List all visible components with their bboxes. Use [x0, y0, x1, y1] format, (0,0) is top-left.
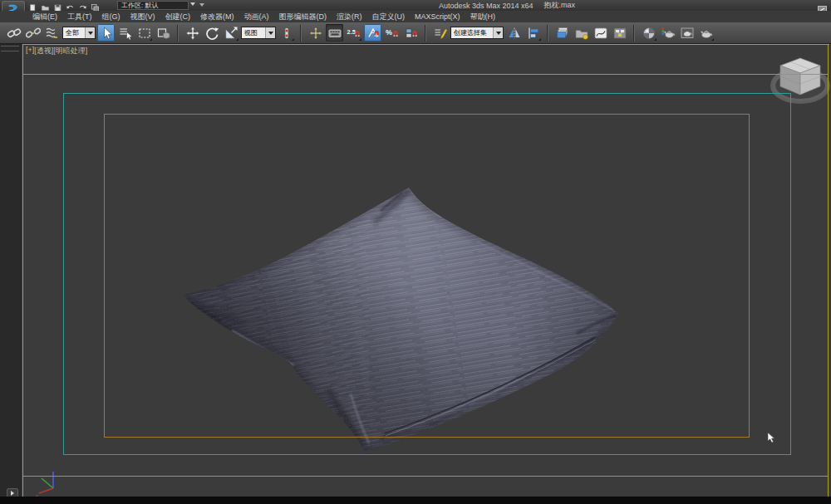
svg-text:2.5: 2.5: [347, 28, 355, 36]
viewport-label: [+][透视][明暗处理]: [26, 46, 87, 56]
use-pivot-point-center-button[interactable]: [278, 24, 295, 42]
select-object-button[interactable]: [97, 24, 115, 42]
select-and-rotate-button[interactable]: [203, 24, 220, 42]
menu-item-11[interactable]: MAXScript(X): [410, 11, 465, 22]
viewport-menu-pov[interactable]: [透视]: [34, 46, 53, 56]
material-editor-button[interactable]: [640, 24, 657, 42]
spinner-snap-toggle-button[interactable]: [402, 24, 420, 42]
align-button[interactable]: [524, 24, 542, 42]
menu-item-2[interactable]: 工具(T): [62, 11, 97, 22]
schematic-view-button[interactable]: [611, 24, 628, 42]
safe-frame-title: [104, 114, 750, 438]
viewport-menu-general[interactable]: [+]: [26, 46, 34, 56]
menu-item-7[interactable]: 动画(A): [239, 11, 274, 22]
curve-editor-button[interactable]: [592, 24, 609, 42]
open-file-button[interactable]: [41, 1, 50, 10]
viewport-menu-shading[interactable]: [明暗处理]: [53, 46, 87, 56]
save-file-button[interactable]: [53, 1, 62, 10]
toolbar-separator: [177, 25, 179, 42]
mirror-button[interactable]: [505, 24, 523, 42]
main-toolbar: 全部视图2.5%创建选择集: [0, 22, 831, 44]
toolbar-separator: [300, 25, 302, 42]
select-by-name-button[interactable]: [116, 24, 134, 42]
select-and-manipulate-button[interactable]: [307, 24, 324, 42]
select-and-scale-button[interactable]: [222, 24, 239, 42]
render-production-button[interactable]: [697, 24, 715, 42]
dropdown-arrow-icon[interactable]: [493, 27, 503, 38]
menu-item-1[interactable]: 编辑(E): [27, 11, 62, 22]
selection-filter-dropdown[interactable]: 全部: [62, 27, 96, 39]
keyboard-shortcut-override-button[interactable]: [326, 24, 343, 42]
quick-access-toolbar: [28, 1, 100, 10]
viewport-border-right: [828, 44, 829, 497]
menu-item-10[interactable]: 自定义(U): [367, 11, 411, 22]
viewport-border-top: [22, 44, 829, 45]
angle-snap-toggle-button[interactable]: [364, 24, 381, 42]
dropdown-arrow-icon[interactable]: [85, 27, 95, 38]
app-title: Autodesk 3ds Max 2014 x64: [439, 2, 534, 10]
menu-bar: 编辑(E)工具(T)组(G)视图(V)创建(C)修改器(M)动画(A)图形编辑器…: [0, 11, 831, 22]
toolbar-separator: [547, 25, 548, 42]
rectangular-selection-region-button[interactable]: [135, 24, 153, 42]
redo-button[interactable]: [78, 1, 87, 10]
menu-item-5[interactable]: 创建(C): [160, 11, 196, 22]
toolbar-separator: [633, 25, 635, 42]
menu-item-6[interactable]: 修改器(M): [195, 11, 239, 22]
menu-item-8[interactable]: 图形编辑器(D): [274, 11, 332, 22]
bind-to-space-warp-button[interactable]: [43, 24, 61, 42]
reference-coordinate-system-dropdown[interactable]: 视图: [241, 27, 276, 39]
snaps-toggle-25-button[interactable]: 2.5: [345, 24, 362, 42]
edit-named-selection-sets-button[interactable]: [431, 24, 449, 42]
workspace-label: 工作区: 默认: [121, 1, 158, 10]
menu-item-9[interactable]: 渲染(R): [332, 11, 367, 22]
infocenter-icon[interactable]: [818, 2, 827, 9]
dock-handle[interactable]: [1, 46, 19, 51]
named-selection-sets-dropdown-value: 创建选择集: [454, 28, 487, 37]
workspace-dropdown[interactable]: 工作区: 默认: [117, 1, 189, 10]
manage-layers-button[interactable]: [553, 24, 571, 42]
workspace-caret-icon[interactable]: [190, 2, 195, 6]
safe-frame-live-bottom: [23, 476, 828, 477]
select-and-move-button[interactable]: [184, 24, 201, 42]
new-scene-button[interactable]: [28, 1, 37, 10]
named-selection-sets-dropdown[interactable]: 创建选择集: [450, 27, 504, 39]
qat-customize-caret-icon[interactable]: [199, 3, 204, 7]
bottom-bar: [0, 497, 831, 504]
toggle-ribbon-button[interactable]: [573, 24, 590, 42]
rendered-frame-window-button[interactable]: [678, 24, 696, 42]
viewport-border-left: [22, 44, 23, 497]
menu-item-3[interactable]: 组(G): [97, 11, 125, 22]
menu-item-4[interactable]: 视图(V): [125, 11, 160, 22]
select-and-link-button[interactable]: [5, 24, 22, 42]
menu-item-12[interactable]: 帮助(H): [465, 11, 501, 22]
reference-coordinate-system-dropdown-value: 视图: [244, 28, 258, 37]
3dsmax-window: [+][透视][明暗处理] x Au: [0, 0, 831, 504]
file-title: 抱枕.max: [544, 0, 576, 11]
toolbar-separator: [425, 25, 426, 42]
unlink-selection-button[interactable]: [24, 24, 42, 42]
safe-frame-live-top: [23, 74, 828, 75]
project-folder-button[interactable]: [91, 1, 100, 10]
dropdown-arrow-icon[interactable]: [265, 27, 275, 38]
undo-button[interactable]: [66, 1, 75, 10]
svg-text:%: %: [386, 28, 392, 37]
render-setup-button[interactable]: [659, 24, 676, 42]
selection-filter-dropdown-value: 全部: [66, 28, 79, 37]
window-crossing-button[interactable]: [155, 24, 172, 42]
left-toolbar-dock: [0, 44, 22, 497]
percent-snap-toggle-button[interactable]: %: [383, 24, 401, 42]
